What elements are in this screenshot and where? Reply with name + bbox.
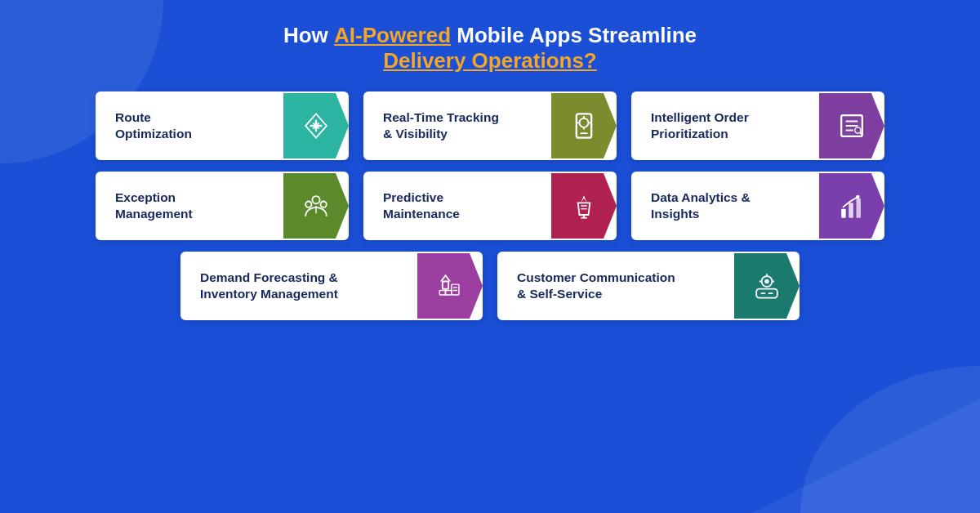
title-line2: Delivery Operations? bbox=[283, 48, 697, 74]
card-label-order: Intelligent OrderPrioritization bbox=[633, 98, 819, 154]
card-realtime-tracking: Real-Time Tracking& Visibility bbox=[363, 91, 617, 160]
card-intelligent-order: Intelligent OrderPrioritization bbox=[631, 91, 884, 160]
svg-point-32 bbox=[764, 279, 769, 284]
maintenance-icon bbox=[551, 173, 617, 239]
svg-rect-28 bbox=[452, 284, 459, 295]
svg-rect-22 bbox=[849, 203, 853, 217]
analytics-icon bbox=[819, 173, 884, 239]
tracking-icon bbox=[551, 93, 617, 158]
exception-icon bbox=[283, 173, 349, 239]
svg-rect-33 bbox=[756, 289, 777, 298]
card-label-communication: Customer Communication& Self-Service bbox=[499, 258, 734, 314]
card-label-analytics: Data Analytics &Insights bbox=[633, 178, 819, 234]
svg-point-15 bbox=[321, 202, 327, 207]
main-container: How AI-Powered Mobile Apps Streamline De… bbox=[0, 0, 980, 337]
svg-rect-23 bbox=[857, 199, 862, 218]
svg-rect-6 bbox=[580, 132, 587, 134]
card-route-optimization: RouteOptimization bbox=[96, 91, 349, 160]
row-3: Demand Forecasting &Inventory Management… bbox=[33, 252, 947, 320]
forecasting-icon bbox=[417, 253, 483, 319]
card-label-forecasting: Demand Forecasting &Inventory Management bbox=[182, 258, 417, 314]
card-customer-communication: Customer Communication& Self-Service bbox=[497, 252, 800, 320]
svg-point-11 bbox=[855, 127, 861, 133]
card-label-maintenance: PredictiveMaintenance bbox=[365, 178, 551, 234]
svg-point-24 bbox=[856, 195, 860, 199]
order-icon bbox=[819, 93, 884, 158]
row-2: ExceptionManagement PredictiveMaintenanc… bbox=[33, 172, 947, 240]
page-title: How AI-Powered Mobile Apps Streamline De… bbox=[283, 23, 697, 74]
card-label-tracking: Real-Time Tracking& Visibility bbox=[365, 98, 551, 154]
row-1: RouteOptimization Real-Time Tracking& Vi… bbox=[33, 91, 947, 160]
communication-icon bbox=[734, 253, 800, 319]
card-predictive-maintenance: PredictiveMaintenance bbox=[363, 172, 617, 240]
title-highlight: AI-Powered bbox=[334, 23, 451, 47]
title-line1: How AI-Powered Mobile Apps Streamline bbox=[283, 23, 697, 48]
card-label-route: RouteOptimization bbox=[97, 98, 283, 154]
card-label-exception: ExceptionManagement bbox=[97, 178, 283, 234]
svg-point-14 bbox=[305, 202, 311, 207]
svg-point-13 bbox=[312, 196, 319, 203]
route-icon bbox=[283, 93, 349, 158]
svg-rect-21 bbox=[841, 209, 846, 218]
card-exception-management: ExceptionManagement bbox=[96, 172, 349, 240]
svg-rect-25 bbox=[443, 282, 448, 289]
card-demand-forecasting: Demand Forecasting &Inventory Management bbox=[180, 252, 483, 320]
cards-grid: RouteOptimization Real-Time Tracking& Vi… bbox=[33, 91, 947, 320]
card-data-analytics: Data Analytics &Insights bbox=[631, 172, 884, 240]
svg-point-1 bbox=[580, 118, 589, 127]
